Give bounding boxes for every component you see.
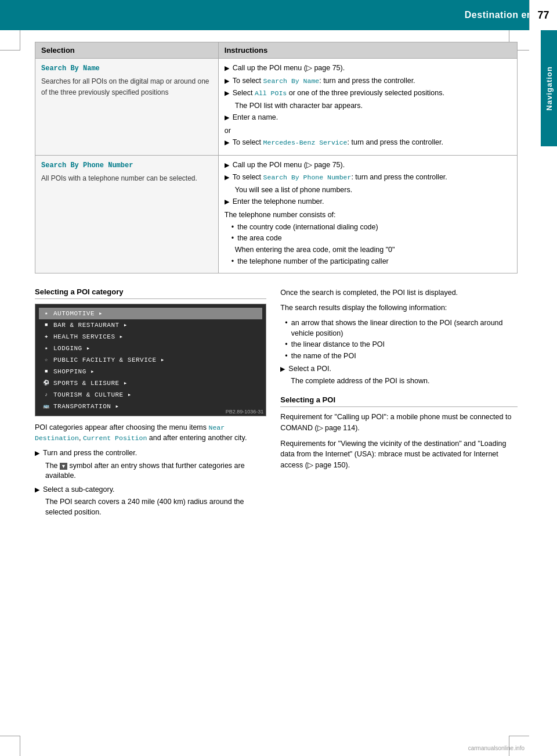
table-row: Search By Name Searches for all POIs on … <box>35 59 518 156</box>
bullet-item: • the telephone number of the participat… <box>232 257 511 267</box>
poi-menu-icon: ■ <box>42 321 50 329</box>
arrow-icon: ▶ <box>225 197 229 206</box>
instruction-item: ▶ To select Search By Phone Number: turn… <box>225 172 511 183</box>
bottom-section: Selecting a POI category ★AUTOMOTIVE ▸■B… <box>35 287 518 520</box>
poi-menu-icon: ■ <box>42 368 50 376</box>
arrow-icon: ▶ <box>225 161 229 170</box>
poi-menu-label: SPORTS & LEISURE ▸ <box>53 379 128 387</box>
bullet-text-3: the name of the POI <box>291 351 356 362</box>
instruction-text: To select Mercedes-Benz Service: turn an… <box>233 138 511 148</box>
corner-mark-bl <box>0 736 20 756</box>
poi-menu-item: ■BAR & RESTAURANT ▸ <box>39 319 262 331</box>
poi-menu-icon: ★ <box>42 344 50 352</box>
sub-note: When entering the area code, omit the le… <box>235 245 511 255</box>
bullet-text: the area code <box>237 233 281 244</box>
instruction-text: Select All POIs or one of the three prev… <box>233 88 511 99</box>
poi-category-heading: Selecting a POI category <box>35 287 266 299</box>
poi-step2: ▶ Select a sub-category. <box>35 485 266 495</box>
instruction-text: To select Search By Phone Number: turn a… <box>233 172 511 183</box>
instruction-text: To select Search By Name: turn and press… <box>233 76 511 87</box>
bullet-text: the country code (international dialing … <box>237 222 378 233</box>
poi-menu-item: ☆PUBLIC FACILITY & SERVICE ▸ <box>39 354 262 366</box>
poi-menu-icon: 🚌 <box>42 402 50 411</box>
selection-desc-2: All POIs with a telephone number can be … <box>41 174 197 182</box>
selection-desc-1: Searches for all POIs on the digital map… <box>41 77 209 96</box>
image-caption: PB2.89-1036-31 <box>226 409 264 415</box>
poi-menu-label: LODGING ▸ <box>53 344 91 352</box>
arrow-icon: ▶ <box>225 138 229 147</box>
arrow-icon: ▶ <box>280 365 285 373</box>
arrow-icon: ▶ <box>35 485 39 494</box>
selection-cell-1: Search By Name Searches for all POIs on … <box>35 59 219 156</box>
col2-header: Instructions <box>218 42 517 59</box>
req2-text: Requirements for "Viewing the vicinity o… <box>280 438 518 471</box>
poi-menu-label: HEALTH SERVICES ▸ <box>53 333 124 340</box>
bullet-icon: • <box>232 222 234 233</box>
select-poi-step: ▶ Select a POI. <box>280 364 518 375</box>
result-bullet-1: • an arrow that shows the linear directi… <box>285 318 518 339</box>
instruction-item: ▶ Enter the telephone number. <box>225 197 511 207</box>
poi-menu-icon: ♪ <box>42 391 50 399</box>
arrow-icon: ▶ <box>225 89 229 98</box>
arrow-icon: ▶ <box>225 64 229 73</box>
bullet-text-2: the linear distance to the POI <box>291 340 385 350</box>
arrow-icon: ▶ <box>225 77 229 85</box>
result-bullet-2: • the linear distance to the POI <box>285 340 518 350</box>
instruction-item: ▶ To select Mercedes-Benz Service: turn … <box>225 138 511 148</box>
bullet-item: • the country code (international dialin… <box>232 222 511 233</box>
sub-note: You will see a list of phone numbers. <box>235 185 511 196</box>
poi-body-text: POI categories appear after choosing the… <box>35 422 266 444</box>
info-table: Selection Instructions Search By Name Se… <box>35 42 518 273</box>
instruction-cell-2: ▶ Call up the POI menu (▷ page 75). ▶ To… <box>218 155 517 273</box>
corner-mark-tl <box>0 30 20 51</box>
instruction-item: ▶ Select All POIs or one of the three pr… <box>225 88 511 99</box>
selection-cell-2: Search By Phone Number All POIs with a t… <box>35 155 219 273</box>
step1-note: The ▼ symbol after an entry shows that f… <box>45 461 266 481</box>
instruction-text: Call up the POI menu (▷ page 75). <box>233 63 511 74</box>
instruction-text: Enter a name. <box>233 113 511 123</box>
poi-menu-item: ✚HEALTH SERVICES ▸ <box>39 331 262 343</box>
poi-step1: ▶ Turn and press the controller. <box>35 448 266 459</box>
poi-menu-label: SHOPPING ▸ <box>53 368 95 375</box>
step2-note: The POI search covers a 240 mile (400 km… <box>45 497 266 517</box>
select-poi-note: The complete address of the POI is shown… <box>291 376 518 387</box>
sub-note: The POI list with character bar appears. <box>235 101 511 111</box>
selection-title-1: Search By Name <box>41 63 212 74</box>
watermark: carmanualsonline.info <box>468 745 525 751</box>
poi-menu-item: ⚽SPORTS & LEISURE ▸ <box>39 377 262 389</box>
selecting-poi-heading: Selecting a POI <box>280 395 518 407</box>
nav-tab: Navigation <box>541 30 557 146</box>
bullet-icon: • <box>285 340 287 350</box>
poi-menu-icon: ⚽ <box>42 379 50 387</box>
instruction-item: ▶ To select Search By Name: turn and pre… <box>225 76 511 87</box>
col1-header: Selection <box>35 42 219 59</box>
poi-menu-item: ♪TOURISM & CULTURE ▸ <box>39 389 262 401</box>
right-column: Once the search is completed, the POI li… <box>280 287 518 520</box>
or-text: or <box>225 125 511 136</box>
page-number: 77 <box>529 0 557 30</box>
poi-menu-icon: ✚ <box>42 333 50 341</box>
poi-menu-icon: ★ <box>42 309 50 318</box>
instruction-text: Call up the POI menu (▷ page 75). <box>233 160 511 171</box>
main-content: Selection Instructions Search By Name Se… <box>23 30 529 531</box>
select-poi-text: Select a POI. <box>288 364 331 375</box>
bullet-text-1: an arrow that shows the linear direction… <box>291 318 518 339</box>
arrow-icon: ▶ <box>35 449 39 458</box>
poi-category-image: ★AUTOMOTIVE ▸■BAR & RESTAURANT ▸✚HEALTH … <box>35 304 266 416</box>
left-column: Selecting a POI category ★AUTOMOTIVE ▸■B… <box>35 287 266 520</box>
instruction-item: ▶ Call up the POI menu (▷ page 75). <box>225 63 511 74</box>
phone-intro: The telephone number consists of: <box>225 210 511 221</box>
poi-menu-label: TOURISM & CULTURE ▸ <box>53 391 132 398</box>
current-position-code: Current Position <box>83 434 147 442</box>
poi-menu-icon: ☆ <box>42 356 50 364</box>
instruction-text: Enter the telephone number. <box>233 197 511 207</box>
bullet-item: • the area code <box>232 233 511 244</box>
bullet-text: the telephone number of the participatin… <box>237 257 389 267</box>
result-bullet-3: • the name of the POI <box>285 351 518 362</box>
selection-title-2: Search By Phone Number <box>41 160 212 171</box>
instruction-item: ▶ Enter a name. <box>225 113 511 123</box>
header-bar: Destination entry 77 <box>0 0 557 30</box>
table-row: Search By Phone Number All POIs with a t… <box>35 155 518 273</box>
bullet-icon: • <box>285 318 287 329</box>
instruction-item: ▶ Call up the POI menu (▷ page 75). <box>225 160 511 171</box>
